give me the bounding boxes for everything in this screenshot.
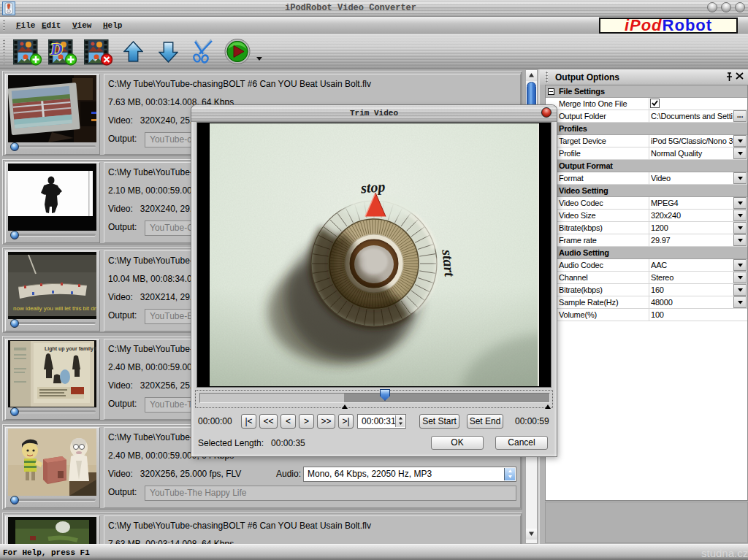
svg-text:start: start	[439, 248, 458, 278]
svg-text:D: D	[50, 40, 63, 58]
svg-text:now ideally you will let this: now ideally you will let this bit dry...	[13, 305, 96, 312]
svg-text:Light up your family life: Light up your family life	[45, 346, 96, 352]
svg-text:stop: stop	[359, 178, 386, 196]
